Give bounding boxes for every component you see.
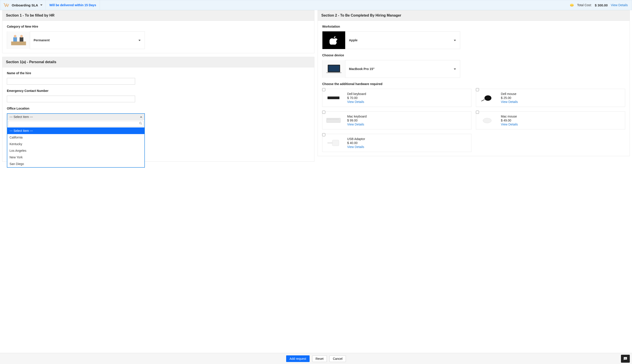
- hardware-card: Mac mouse$ 49.00View Details: [476, 111, 625, 130]
- svg-rect-3: [7, 4, 7, 4]
- hardware-card: Dell keyboard$ 70.00View Details: [322, 89, 472, 107]
- chevron-down-icon: [450, 67, 460, 71]
- hardware-card: Mac keyboard$ 99.00View Details: [322, 111, 472, 130]
- svg-rect-19: [327, 96, 339, 99]
- hardware-thumb: [476, 89, 498, 107]
- category-select[interactable]: Permanent: [7, 31, 145, 49]
- svg-rect-26: [333, 118, 334, 120]
- svg-rect-22: [327, 118, 328, 120]
- hardware-price: $ 25.00: [501, 96, 518, 100]
- hardware-grid: Dell keyboard$ 70.00View DetailsDell mou…: [322, 89, 625, 152]
- office-options-list: --- Select Item ---CaliforniaKentuckyLos…: [7, 128, 144, 167]
- section-1-panel: Section 1 - To be filled by HR Category …: [2, 10, 314, 53]
- coins-icon: [570, 3, 574, 7]
- hardware-price: $ 40.00: [347, 141, 365, 145]
- office-search-input[interactable]: [8, 121, 143, 126]
- section-1a-panel: Section 1(a) - Personal details Name of …: [2, 57, 314, 162]
- office-option[interactable]: --- Select Item ---: [7, 128, 144, 134]
- category-value: Permanent: [30, 38, 134, 42]
- section-2-header: Section 2 - To Be Completed By Hiring Ma…: [318, 10, 629, 21]
- section-1a-header: Section 1(a) - Personal details: [3, 57, 314, 67]
- svg-rect-32: [328, 142, 332, 143]
- svg-point-8: [570, 4, 574, 6]
- delivery-info: Will be delivered within 15 Days: [46, 0, 100, 10]
- section-1-header: Section 1 - To be filled by HR: [3, 10, 314, 21]
- topbar-spacer: [100, 0, 566, 10]
- hardware-item: Dell keyboard$ 70.00View Details: [322, 89, 472, 107]
- right-column: Section 2 - To Be Completed By Hiring Ma…: [318, 10, 630, 165]
- svg-point-20: [485, 96, 492, 101]
- office-dropdown-popup: --- Select Item --- --- Select Item ---C…: [7, 113, 145, 168]
- hardware-price: $ 70.00: [347, 96, 366, 100]
- office-option[interactable]: New York: [7, 154, 144, 160]
- hardware-view-details[interactable]: View Details: [501, 122, 518, 126]
- office-option[interactable]: California: [7, 134, 144, 141]
- hardware-card: USB Adaptor$ 40.00View Details: [322, 134, 472, 152]
- hardware-checkbox[interactable]: [322, 133, 325, 136]
- hardware-name: Mac mouse: [501, 115, 518, 118]
- hardware-item: Dell mouse$ 25.00View Details: [476, 89, 625, 107]
- topbar: Onboarding SLA Will be delivered within …: [0, 0, 632, 10]
- svg-rect-2: [6, 4, 6, 4]
- chevron-up-icon: [140, 116, 142, 118]
- hardware-checkbox[interactable]: [476, 88, 479, 91]
- svg-rect-9: [11, 42, 26, 45]
- office-selected-row[interactable]: --- Select Item ---: [7, 114, 144, 120]
- hardware-view-details[interactable]: View Details: [347, 122, 367, 126]
- svg-rect-23: [329, 118, 330, 120]
- svg-point-0: [5, 6, 6, 7]
- hardware-item: USB Adaptor$ 40.00View Details: [322, 134, 472, 152]
- svg-rect-17: [328, 66, 339, 72]
- workstation-label: Workstation: [322, 25, 625, 28]
- office-option[interactable]: Kentucky: [7, 141, 144, 147]
- category-thumb: [7, 31, 30, 49]
- hardware-view-details[interactable]: View Details: [347, 145, 365, 149]
- svg-rect-28: [336, 118, 337, 120]
- device-label: Choose device: [322, 54, 625, 57]
- emergency-input[interactable]: [7, 96, 135, 102]
- hardware-card: Dell mouse$ 25.00View Details: [476, 89, 625, 107]
- svg-rect-12: [20, 37, 23, 42]
- hardware-checkbox[interactable]: [322, 88, 325, 91]
- hardware-name: Dell mouse: [501, 92, 518, 96]
- name-input[interactable]: [7, 78, 135, 84]
- name-label: Name of the hire: [7, 71, 310, 75]
- total-cost-value: $ 300.00: [595, 3, 608, 7]
- svg-rect-10: [13, 37, 17, 42]
- hardware-name: Mac keyboard: [347, 115, 367, 118]
- office-selected-text: --- Select Item ---: [10, 115, 33, 118]
- svg-point-13: [20, 35, 23, 38]
- hardware-thumb: [322, 112, 344, 129]
- hardware-checkbox[interactable]: [322, 111, 325, 114]
- hardware-item: Mac mouse$ 49.00View Details: [476, 111, 625, 130]
- svg-rect-27: [335, 118, 336, 120]
- svg-rect-5: [7, 5, 7, 5]
- workstation-select[interactable]: Apple: [322, 31, 460, 49]
- hardware-view-details[interactable]: View Details: [501, 100, 518, 104]
- office-option[interactable]: Los Angeles: [7, 147, 144, 154]
- category-label: Category of New Hire: [7, 25, 310, 28]
- sla-selector[interactable]: Onboarding SLA: [0, 0, 46, 10]
- svg-rect-4: [6, 5, 6, 5]
- office-option[interactable]: San Diego: [7, 160, 144, 167]
- hardware-name: Dell keyboard: [347, 92, 366, 96]
- device-select[interactable]: MacBook Pro 15": [322, 60, 460, 78]
- total-cost-label: Total Cost:: [577, 3, 592, 7]
- hardware-view-details[interactable]: View Details: [347, 100, 366, 104]
- hardware-price: $ 49.00: [501, 118, 518, 122]
- device-value: MacBook Pro 15": [345, 67, 450, 71]
- hardware-item: Mac keyboard$ 99.00View Details: [322, 111, 472, 130]
- additional-hardware-label: Choose the additional hardware required: [322, 82, 625, 86]
- hardware-checkbox[interactable]: [476, 111, 479, 114]
- view-details-link[interactable]: View Details: [611, 3, 628, 7]
- svg-rect-24: [330, 118, 331, 120]
- sla-label: Onboarding SLA: [12, 3, 38, 7]
- svg-point-1: [7, 6, 8, 7]
- emergency-label: Emergency Contact Number: [7, 89, 310, 92]
- workstation-value: Apple: [345, 38, 450, 42]
- chevron-down-icon: [40, 4, 43, 6]
- delivery-text: Will be delivered within 15 Days: [49, 3, 96, 7]
- svg-rect-18: [326, 72, 341, 73]
- svg-rect-25: [332, 118, 333, 120]
- hardware-name: USB Adaptor: [347, 137, 365, 141]
